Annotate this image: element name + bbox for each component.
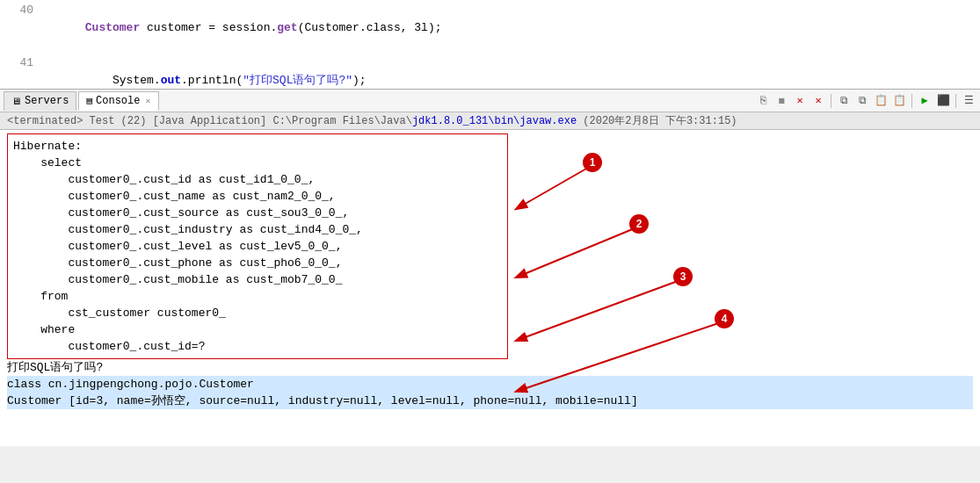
annotation-3: 3: [673, 267, 693, 286]
sql-col-cust-mobile: customer0_.cust_mobile as cust_mob7_0_0_: [13, 271, 502, 288]
sql-from: from: [13, 288, 502, 305]
annotation-4: 4: [715, 309, 734, 328]
code-type-keyword: Customer: [85, 21, 140, 34]
icon-more1[interactable]: ⬛: [935, 93, 951, 109]
icon-copy1[interactable]: ⎘: [755, 93, 771, 109]
sql-col-cust-id: customer0_.cust_id as cust_id1_0_0_,: [13, 171, 502, 188]
sql-col-cust-industry: customer0_.cust_industry as cust_ind4_0_…: [13, 221, 502, 238]
status-bar: <terminated> Test (22) [Java Application…: [0, 112, 980, 130]
status-datetime: (2020年2月8日 下午3:31:15): [577, 115, 737, 127]
separator3: [955, 94, 956, 108]
code-editor: 40 Customer customer = session.get(Custo…: [0, 0, 980, 90]
sql-col-cust-name: customer0_.cust_name as cust_nam2_0_0_,: [13, 188, 502, 205]
console-area: Hibernate: select customer0_.cust_id as …: [0, 130, 980, 446]
svg-line-3: [517, 279, 684, 341]
jdk-path: jdk1.8.0_131\bin\javaw.exe: [412, 115, 577, 127]
icon-stop[interactable]: ◼: [773, 93, 789, 109]
arrows-svg: [510, 130, 967, 446]
line-num-41: 41: [7, 54, 33, 72]
icon-copy3[interactable]: ⧉: [854, 93, 870, 109]
console-toolbar: 🖥 Servers ▤ Console ✕ ⎘ ◼ ✕ ✕ ⧉ ⧉ 📋 📋 ▶ …: [0, 90, 980, 112]
tab-servers[interactable]: 🖥 Servers: [4, 91, 76, 111]
sql-where-condition: customer0_.cust_id=?: [13, 338, 502, 355]
sql-output-box: Hibernate: select customer0_.cust_id as …: [7, 133, 508, 359]
svg-line-2: [517, 227, 640, 278]
sql-table: cst_customer customer0_: [13, 305, 502, 321]
tab-console-label: Console: [96, 95, 140, 107]
console-icon: ▤: [86, 95, 92, 106]
sql-col-cust-source: customer0_.cust_source as cust_sou3_0_0_…: [13, 205, 502, 221]
code-get-method: get: [277, 21, 297, 34]
code-system-41: System.: [113, 74, 161, 87]
sql-col-cust-phone: customer0_.cust_phone as cust_pho6_0_0_,: [13, 255, 502, 271]
icon-paste[interactable]: 📋: [873, 93, 889, 109]
hibernate-label: Hibernate:: [13, 138, 502, 155]
icon-paste2[interactable]: 📋: [891, 93, 907, 109]
code-line-40: 40 Customer customer = session.get(Custo…: [0, 2, 980, 54]
separator2: [911, 94, 912, 108]
separator1: [831, 94, 831, 108]
icon-terminate[interactable]: ✕: [792, 93, 808, 109]
terminated-label: <terminated> Test (22) [Java Application…: [7, 115, 412, 127]
icon-run[interactable]: ▶: [917, 93, 933, 109]
servers-icon: 🖥: [11, 96, 21, 107]
sql-where: where: [13, 321, 502, 338]
icon-terminate2[interactable]: ✕: [810, 93, 826, 109]
icon-copy2[interactable]: ⧉: [836, 93, 852, 109]
svg-line-4: [517, 321, 725, 392]
line-num-40: 40: [7, 2, 33, 19]
sql-col-cust-level: customer0_.cust_level as cust_lev5_0_0_,: [13, 238, 502, 255]
tab-console[interactable]: ▤ Console ✕: [78, 91, 158, 111]
tab-console-close[interactable]: ✕: [145, 96, 150, 106]
toolbar-icons: ⎘ ◼ ✕ ✕ ⧉ ⧉ 📋 📋 ▶ ⬛ ☰: [755, 93, 976, 109]
svg-line-1: [517, 165, 593, 209]
sql-select: select: [13, 155, 502, 171]
code-line-41: 41 System.out.println("打印SQL语句了吗?");: [0, 54, 980, 90]
icon-menu[interactable]: ☰: [961, 93, 976, 109]
annotation-2: 2: [629, 214, 649, 234]
annotation-1: 1: [583, 153, 602, 172]
tab-servers-label: Servers: [25, 95, 69, 107]
annotation-arrows: 1 2 3 4: [510, 130, 967, 446]
